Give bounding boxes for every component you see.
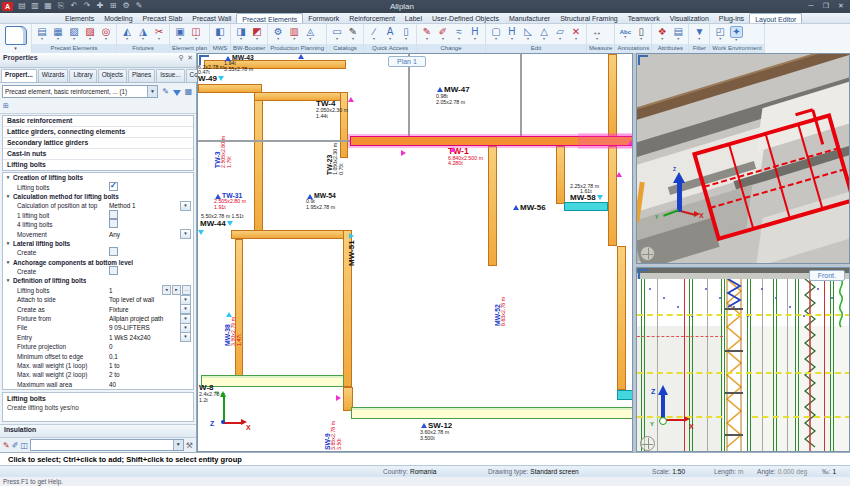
plan-wall[interactable]: [351, 407, 633, 419]
ribbon-icon[interactable]: Abc▾: [617, 29, 633, 39]
ribbon-icon[interactable]: ✐▾: [435, 27, 451, 41]
property-value[interactable]: 4: [109, 389, 193, 390]
brush-icon[interactable]: ✐: [12, 441, 19, 450]
dropdown-button[interactable]: ▼: [180, 229, 191, 239]
plan-wall[interactable]: [520, 54, 522, 136]
wizard-icon[interactable]: ⊞: [107, 1, 119, 10]
plugin-icon[interactable]: ✎: [133, 1, 145, 10]
style-icon[interactable]: ◫: [20, 441, 28, 450]
property-value[interactable]: 1: [109, 286, 162, 295]
plan-wall[interactable]: [235, 239, 243, 378]
palette-tab-propert[interactable]: Propert...: [1, 69, 37, 82]
close-icon[interactable]: ✕: [187, 54, 193, 62]
ribbon-icon[interactable]: A▾: [382, 27, 398, 41]
viewport-front-tab[interactable]: Front.: [809, 270, 845, 281]
filter-icon[interactable]: [173, 90, 181, 96]
tab-visualization[interactable]: Visualization: [665, 13, 714, 23]
element-selector-dropdown[interactable]: Precast element, basic reinforcement, ..…: [2, 85, 158, 98]
navigation-compass-icon[interactable]: [640, 436, 655, 451]
plan-wall[interactable]: [564, 202, 608, 211]
property-value[interactable]: Any: [109, 230, 180, 239]
checkbox-unchecked[interactable]: [109, 219, 118, 228]
tab-plug-ins[interactable]: Plug-ins: [714, 13, 749, 23]
spinner-down[interactable]: ◂: [162, 285, 171, 295]
plan-wall[interactable]: [617, 246, 626, 390]
ribbon-icon[interactable]: ▨▾: [82, 27, 98, 41]
plan-wall[interactable]: [556, 146, 565, 204]
restore-button[interactable]: ❐: [819, 1, 833, 11]
ribbon-icon[interactable]: ◫▾: [188, 27, 204, 41]
tab-manufacturer[interactable]: Manufacturer: [504, 13, 555, 23]
status-value[interactable]: Romania: [410, 468, 436, 475]
property-value[interactable]: 0.1: [109, 352, 193, 361]
ribbon-icon[interactable]: ≈▾: [451, 27, 467, 41]
precast-elements-main-button[interactable]: ▾: [0, 24, 32, 53]
ribbon-icon[interactable]: ▢▾: [488, 27, 504, 41]
tab-elements[interactable]: Elements: [60, 13, 99, 23]
ribbon-icon[interactable]: ▼▾: [691, 27, 707, 41]
plan-wall[interactable]: [608, 54, 617, 138]
close-button[interactable]: ✕: [834, 1, 848, 11]
grid-icon[interactable]: ▦: [183, 86, 194, 97]
pin-icon[interactable]: ⚲: [179, 54, 184, 62]
tab-formwork[interactable]: Formwork: [303, 13, 344, 23]
plan-wall[interactable]: [231, 230, 346, 239]
print-icon[interactable]: ⎘: [55, 1, 67, 11]
ribbon-icon[interactable]: ✦▾: [728, 26, 744, 42]
property-value[interactable]: Top level of wall: [109, 295, 180, 304]
category-item-lifting-bolts[interactable]: Lifting bolts: [3, 160, 193, 170]
ribbon-icon[interactable]: ∕▾: [366, 27, 382, 41]
style-combobox[interactable]: ▼: [30, 439, 184, 451]
tab-layout-editor[interactable]: Layout Editor: [749, 13, 802, 23]
checkbox-unchecked[interactable]: [109, 247, 118, 256]
status-value[interactable]: Standard screen: [530, 468, 578, 475]
list-icon[interactable]: ⊞: [3, 102, 9, 109]
ribbon-icon[interactable]: ◧▾: [212, 27, 228, 41]
section-calculation-method-for-lifting-bolts[interactable]: ▾Calculation method for lifting bolts: [3, 192, 193, 201]
category-item-lattice-girders-connecting-elements[interactable]: Lattice girders, connecting elements: [3, 127, 193, 138]
ribbon-icon[interactable]: ▤▾: [670, 27, 686, 41]
tab-teamwork[interactable]: Teamwork: [623, 13, 665, 23]
viewport-plan-tab[interactable]: Plan 1: [388, 56, 426, 67]
ribbon-icon[interactable]: ✎▾: [419, 27, 435, 41]
redo-icon[interactable]: ↷: [81, 1, 93, 10]
ribbon-icon[interactable]: ◨▾: [233, 27, 249, 41]
palette-tab-objects[interactable]: Objects: [98, 69, 127, 82]
navigation-compass-icon[interactable]: [640, 246, 655, 261]
ribbon-icon[interactable]: ◮▾: [135, 27, 151, 41]
allplan-logo-icon[interactable]: A: [2, 2, 13, 11]
category-item-secondary-lattice-girders[interactable]: Secondary lattice girders: [3, 138, 193, 149]
viewport-front[interactable]: Front.: [636, 267, 850, 452]
section-definition-of-lifting-bolts[interactable]: ▾Definition of lifting bolts: [3, 276, 193, 285]
ribbon-icon[interactable]: ▦▾: [50, 27, 66, 41]
new-icon[interactable]: ▤: [16, 1, 28, 10]
ribbon-icon[interactable]: ▧▾: [66, 27, 82, 41]
ribbon-icon[interactable]: ❖▾: [654, 27, 670, 41]
viewport-3d[interactable]: X Z Y: [636, 53, 850, 264]
property-value[interactable]: 9 09-LIFTERS: [109, 323, 180, 332]
checkbox-unchecked[interactable]: [109, 210, 118, 219]
ribbon-icon[interactable]: ✂▾: [151, 27, 167, 41]
palette-tab-planes[interactable]: Planes: [128, 69, 155, 82]
ribbon-icon[interactable]: ◭▾: [119, 27, 135, 41]
insulation-section-header[interactable]: Insulation: [0, 424, 196, 438]
checkbox-unchecked[interactable]: [109, 266, 118, 275]
ribbon-icon[interactable]: ▣▾: [172, 27, 188, 41]
tab-precast-wall[interactable]: Precast Wall: [187, 13, 236, 23]
edit-icon[interactable]: ✎: [160, 86, 171, 97]
ribbon-icon[interactable]: ◰▾: [712, 27, 728, 41]
settings-icon[interactable]: ⚙: [120, 1, 132, 10]
property-value[interactable]: 1 to: [109, 361, 193, 370]
status-value[interactable]: m: [738, 468, 744, 475]
checkbox-checked[interactable]: [109, 182, 118, 191]
plan-wall[interactable]: [608, 146, 617, 246]
save-icon[interactable]: ▦: [42, 1, 54, 10]
status-value[interactable]: 1: [832, 468, 836, 475]
tab-user-defined-objects[interactable]: User-Defined Objects: [427, 13, 504, 23]
ribbon-icon[interactable]: △▾: [536, 27, 552, 41]
wrench-icon[interactable]: ⚒: [186, 441, 193, 450]
tab-precast-elements[interactable]: Precast Elements: [236, 13, 303, 23]
property-value[interactable]: 1 WkS 24x240: [109, 333, 180, 342]
ribbon-icon[interactable]: ↔▾: [589, 27, 605, 41]
ribbon-icon[interactable]: H▾: [467, 27, 483, 41]
